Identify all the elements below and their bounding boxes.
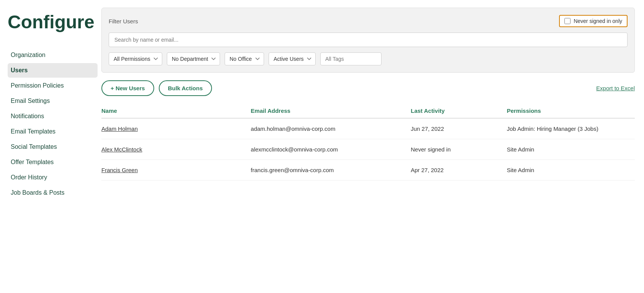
col-header-email: Email Address xyxy=(251,104,411,118)
cell-permissions: Site Admin xyxy=(507,139,635,160)
filter-dropdowns: All Permissions No Department No Office … xyxy=(109,52,628,65)
sidebar-item-order-history[interactable]: Order History xyxy=(8,170,98,185)
search-input[interactable] xyxy=(109,33,628,47)
office-dropdown[interactable]: No Office xyxy=(225,52,264,65)
new-users-button[interactable]: + New Users xyxy=(101,80,154,96)
sidebar-nav: OrganizationUsersPermission PoliciesEmai… xyxy=(8,48,98,200)
user-name-link[interactable]: Francis Green xyxy=(101,167,138,173)
cell-permissions: Job Admin: Hiring Manager (3 Jobs) xyxy=(507,118,635,139)
action-bar-left: + New Users Bulk Actions xyxy=(101,80,212,96)
page-title: Configure xyxy=(8,8,98,33)
cell-email: francis.green@omniva-corp.com xyxy=(251,160,411,181)
cell-activity: Never signed in xyxy=(411,139,507,160)
user-name-link[interactable]: Alex McClintock xyxy=(101,146,142,153)
cell-activity: Apr 27, 2022 xyxy=(411,160,507,181)
sidebar-item-permission-policies[interactable]: Permission Policies xyxy=(8,78,98,93)
action-bar: + New Users Bulk Actions Export to Excel xyxy=(101,80,635,96)
bulk-actions-button[interactable]: Bulk Actions xyxy=(159,80,212,96)
col-header-activity: Last Activity xyxy=(411,104,507,118)
cell-email: alexmcclintock@omniva-corp.com xyxy=(251,139,411,160)
tags-row xyxy=(320,52,382,65)
col-header-name: Name xyxy=(101,104,251,118)
table-body: Adam Holman adam.holman@omniva-corp.com … xyxy=(101,118,635,181)
sidebar-item-social-templates[interactable]: Social Templates xyxy=(8,140,98,154)
sidebar-item-notifications[interactable]: Notifications xyxy=(8,109,98,124)
never-signed-in-label: Never signed in only xyxy=(574,18,622,24)
never-signed-in-checkbox[interactable]: Never signed in only xyxy=(559,15,628,27)
table-row: Adam Holman adam.holman@omniva-corp.com … xyxy=(101,118,635,139)
col-header-permissions: Permissions xyxy=(507,104,635,118)
cell-name: Alex McClintock xyxy=(101,139,251,160)
tags-input[interactable] xyxy=(320,52,382,65)
export-to-excel-link[interactable]: Export to Excel xyxy=(596,85,635,91)
sidebar: Configure OrganizationUsersPermission Po… xyxy=(0,0,98,293)
never-signed-in-input[interactable] xyxy=(564,18,571,24)
cell-permissions: Site Admin xyxy=(507,160,635,181)
table-header-row: Name Email Address Last Activity Permiss… xyxy=(101,104,635,118)
cell-name: Adam Holman xyxy=(101,118,251,139)
users-table: Name Email Address Last Activity Permiss… xyxy=(101,104,635,181)
main-content: Filter Users Never signed in only All Pe… xyxy=(98,0,644,293)
filter-title: Filter Users xyxy=(109,18,138,24)
sidebar-item-users[interactable]: Users xyxy=(8,63,98,78)
cell-name: Francis Green xyxy=(101,160,251,181)
table-row: Francis Green francis.green@omniva-corp.… xyxy=(101,160,635,181)
permissions-dropdown[interactable]: All Permissions xyxy=(109,52,162,65)
table-row: Alex McClintock alexmcclintock@omniva-co… xyxy=(101,139,635,160)
sidebar-item-offer-templates[interactable]: Offer Templates xyxy=(8,155,98,169)
sidebar-item-email-templates[interactable]: Email Templates xyxy=(8,124,98,139)
filter-row-1: All Permissions No Department No Office … xyxy=(109,52,316,65)
status-dropdown[interactable]: Active Users xyxy=(269,52,316,65)
sidebar-item-job-boards[interactable]: Job Boards & Posts xyxy=(8,186,98,200)
sidebar-item-organization[interactable]: Organization xyxy=(8,48,98,62)
department-dropdown[interactable]: No Department xyxy=(167,52,220,65)
cell-email: adam.holman@omniva-corp.com xyxy=(251,118,411,139)
cell-activity: Jun 27, 2022 xyxy=(411,118,507,139)
table-header: Name Email Address Last Activity Permiss… xyxy=(101,104,635,118)
filter-header: Filter Users Never signed in only xyxy=(109,15,628,27)
user-name-link[interactable]: Adam Holman xyxy=(101,125,138,132)
sidebar-item-email-settings[interactable]: Email Settings xyxy=(8,94,98,108)
filter-panel: Filter Users Never signed in only All Pe… xyxy=(101,8,635,73)
